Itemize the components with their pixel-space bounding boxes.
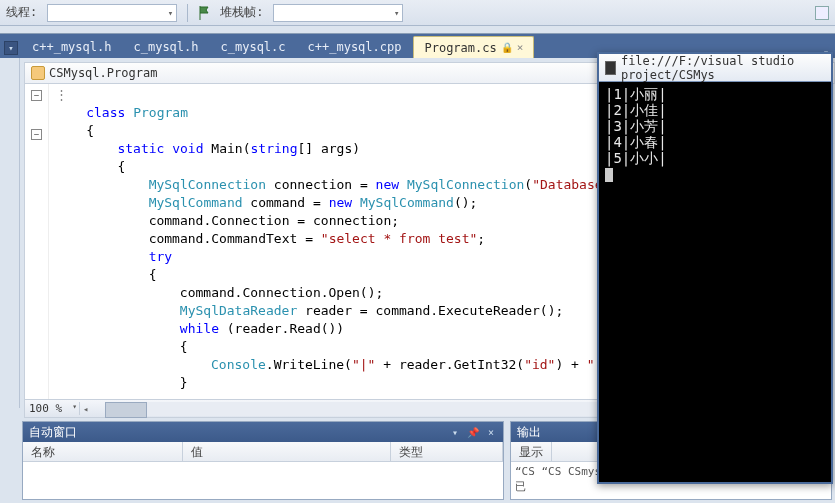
close-icon[interactable]: × [517,41,524,54]
breadcrumb-text: CSMysql.Program [49,66,157,80]
toolbar-separator [187,4,188,22]
thread-combo[interactable]: ▾ [47,4,177,22]
toolbar-end-button[interactable] [815,6,829,20]
panel-title: 自动窗口 [29,424,77,441]
panel-menu-icon[interactable]: ▾ [449,426,461,438]
cursor [605,168,613,182]
tab-scroll-button[interactable]: ▾ [4,41,18,55]
tab-file[interactable]: c_mysql.h [123,36,208,58]
debug-toolbar: 线程: ▾ 堆栈帧: ▾ [0,0,835,26]
flag-icon[interactable] [198,6,210,20]
col-value[interactable]: 值 [183,442,391,461]
tab-file[interactable]: c++_mysql.cpp [298,36,412,58]
console-title-text: file:///F:/visual studio project/CSMys [621,54,825,82]
console-window[interactable]: file:///F:/visual studio project/CSMys |… [597,52,833,484]
tab-file[interactable]: c_mysql.c [211,36,296,58]
stack-label: 堆栈帧: [220,4,263,21]
output-source-label: 显示 [511,442,552,461]
panel-header[interactable]: 自动窗口 ▾ 📌 × [23,422,503,442]
thread-label: 线程: [6,4,37,21]
lock-icon: 🔒 [501,42,513,53]
collapse-toggle[interactable]: − [31,90,42,101]
col-type[interactable]: 类型 [391,442,503,461]
pin-icon[interactable]: 📌 [467,426,479,438]
autos-columns: 名称 值 类型 [23,442,503,462]
chevron-down-icon: ▾ [391,8,402,18]
tab-file[interactable]: c++_mysql.h [22,36,121,58]
close-icon[interactable]: × [485,426,497,438]
console-titlebar[interactable]: file:///F:/visual studio project/CSMys [599,54,831,82]
class-icon [31,66,45,80]
stack-combo[interactable]: ▾ [273,4,403,22]
tab-file-active[interactable]: Program.cs 🔒 × [413,36,534,58]
scroll-left-icon[interactable]: ◂ [80,404,91,414]
col-name[interactable]: 名称 [23,442,183,461]
left-dock-strip [0,58,20,408]
outline-margin: − − [25,84,49,399]
collapse-toggle[interactable]: − [31,129,42,140]
chevron-down-icon: ▾ [72,402,77,415]
autos-panel: 自动窗口 ▾ 📌 × 名称 值 类型 [22,421,504,500]
console-icon [605,61,616,75]
chevron-down-icon: ▾ [165,8,176,18]
zoom-level[interactable]: 100 %▾ [25,402,80,415]
console-output: |1|小丽| |2|小佳| |3|小芳| |4|小春| |5|小小| [599,82,831,186]
autos-body[interactable] [23,462,503,499]
panel-title: 输出 [517,424,541,441]
